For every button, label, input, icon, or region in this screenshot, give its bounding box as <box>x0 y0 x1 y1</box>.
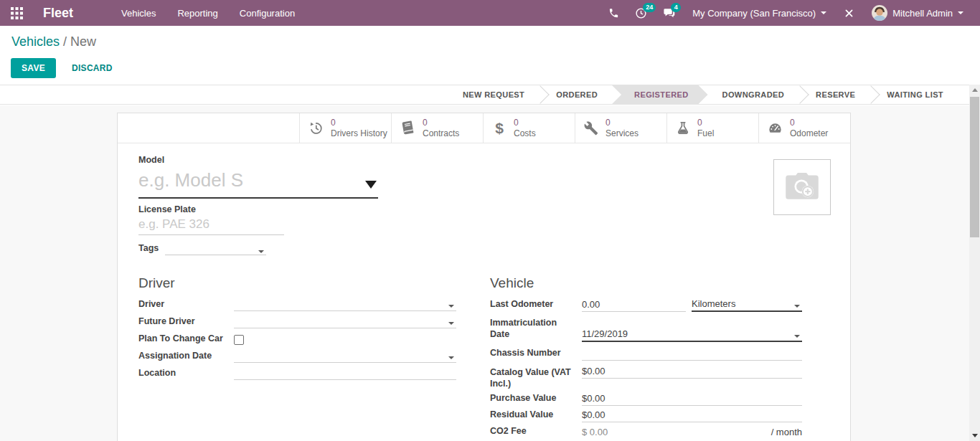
model-input[interactable] <box>138 169 361 191</box>
assignation-date-label: Assignation Date <box>138 351 234 363</box>
tags-input[interactable] <box>165 243 266 255</box>
immatriculation-date-row: Immatriculation Date <box>490 317 802 342</box>
menu-reporting[interactable]: Reporting <box>168 1 227 25</box>
discard-button[interactable]: DISCARD <box>67 58 117 78</box>
activity-count-badge: 24 <box>643 3 656 12</box>
assignation-date-text-input[interactable] <box>234 350 446 361</box>
costs-count: 0 <box>514 118 536 128</box>
location-text-input[interactable] <box>234 367 456 378</box>
odometer-label: Odometer <box>790 128 828 138</box>
top-navbar: Fleet Vehicles Reporting Configuration 2… <box>0 0 980 26</box>
user-name: Mitchell Admin <box>892 8 953 19</box>
catalog-value-text-input[interactable] <box>582 366 802 376</box>
fuel-button[interactable]: 0 Fuel <box>666 113 758 143</box>
messages-button[interactable]: 4 <box>655 1 683 25</box>
assignation-date-input[interactable] <box>234 350 456 363</box>
scrollbar-thumb[interactable] <box>970 97 979 237</box>
app-name[interactable]: Fleet <box>43 6 73 21</box>
chevron-down-icon[interactable] <box>794 305 800 308</box>
stage-registered[interactable]: REGISTERED <box>612 85 708 104</box>
tags-field-block: Tags <box>138 243 266 255</box>
chevron-down-icon[interactable] <box>794 335 800 338</box>
stage-reserve[interactable]: RESERVE <box>801 85 870 104</box>
stage-waiting-list[interactable]: WAITING LIST <box>872 85 958 104</box>
co2-fee-row: CO2 Fee $ 0.00 / month <box>490 425 802 439</box>
future-driver-text-input[interactable] <box>234 316 446 326</box>
contracts-label: Contracts <box>423 128 459 138</box>
license-plate-field-block: License Plate <box>138 204 284 235</box>
navbar-left: Fleet Vehicles Reporting Configuration <box>0 0 304 26</box>
driver-row: Driver <box>138 298 456 311</box>
flask-icon <box>675 120 691 136</box>
save-button[interactable]: SAVE <box>11 58 56 78</box>
odometer-unit-select[interactable]: Kilometers <box>692 298 802 312</box>
location-input[interactable] <box>234 367 456 380</box>
scroll-up-button[interactable] <box>969 85 980 95</box>
services-count: 0 <box>606 118 639 128</box>
driver-text-input[interactable] <box>234 298 446 309</box>
apps-grid-icon <box>11 7 23 19</box>
immatriculation-date-input[interactable] <box>582 328 802 342</box>
services-label: Services <box>606 128 639 138</box>
fuel-count: 0 <box>697 118 714 128</box>
driver-input[interactable] <box>234 298 456 311</box>
last-odometer-input[interactable] <box>582 299 686 312</box>
app-menus: Vehicles Reporting Configuration <box>112 1 304 25</box>
residual-value-input[interactable] <box>582 409 802 422</box>
scroll-down-icon <box>972 434 978 437</box>
company-switcher-label: My Company (San Francisco) <box>692 8 816 19</box>
vehicle-image-upload[interactable] <box>773 159 831 215</box>
chassis-number-input[interactable] <box>582 348 802 361</box>
drivers-history-label: Drivers History <box>331 128 387 138</box>
catalog-value-input[interactable] <box>582 366 802 379</box>
activities-button[interactable]: 24 <box>627 1 655 25</box>
tools-icon <box>844 8 854 19</box>
chassis-number-text-input[interactable] <box>582 348 802 359</box>
apps-menu-button[interactable] <box>0 0 33 26</box>
costs-button[interactable]: $ 0 Costs <box>483 113 575 143</box>
residual-value-text-input[interactable] <box>582 409 802 420</box>
drivers-history-button[interactable]: 0 Drivers History <box>299 113 391 143</box>
purchase-value-input[interactable] <box>582 393 802 406</box>
last-odometer-text-input[interactable] <box>582 299 686 310</box>
stage-downgraded[interactable]: DOWNGRADED <box>708 85 799 104</box>
gauge-icon <box>767 120 783 136</box>
company-switcher[interactable]: My Company (San Francisco) <box>683 0 836 26</box>
history-icon <box>308 120 324 136</box>
license-plate-input[interactable] <box>138 217 284 232</box>
menu-configuration[interactable]: Configuration <box>230 1 304 25</box>
scroll-down-button[interactable] <box>969 430 980 441</box>
future-driver-row: Future Driver <box>138 316 456 328</box>
control-panel-buttons: SAVE DISCARD <box>11 58 117 78</box>
chevron-down-icon[interactable] <box>448 356 454 359</box>
residual-value-row: Residual Value <box>490 409 802 422</box>
contracts-button[interactable]: 0 Contracts <box>391 113 483 143</box>
purchase-value-row: Purchase Value <box>490 392 802 406</box>
services-button[interactable]: 0 Services <box>575 113 666 143</box>
purchase-value-text-input[interactable] <box>582 393 802 404</box>
future-driver-input[interactable] <box>234 316 456 328</box>
fleet-app-screen: Fleet Vehicles Reporting Configuration 2… <box>0 0 980 441</box>
dollar-icon: $ <box>491 120 507 137</box>
driver-label: Driver <box>138 299 234 311</box>
breadcrumb-vehicles-link[interactable]: Vehicles <box>11 34 60 49</box>
chevron-down-icon[interactable] <box>258 250 264 253</box>
chassis-number-label: Chassis Number <box>490 347 578 361</box>
phone-button[interactable] <box>600 2 627 24</box>
menu-vehicles[interactable]: Vehicles <box>112 1 165 25</box>
plan-to-change-car-checkbox[interactable] <box>234 335 244 345</box>
immatriculation-date-text-input[interactable] <box>582 328 791 339</box>
chassis-number-row: Chassis Number <box>490 347 802 361</box>
vertical-scrollbar[interactable] <box>969 85 980 441</box>
stage-ordered[interactable]: ORDERED <box>542 85 612 104</box>
co2-fee-label: CO2 Fee <box>490 425 578 439</box>
odometer-button[interactable]: 0 Odometer <box>758 113 850 143</box>
chevron-down-icon[interactable] <box>448 322 454 325</box>
model-label: Model <box>138 155 378 165</box>
chevron-down-icon[interactable] <box>365 181 377 189</box>
stage-new-request[interactable]: NEW REQUEST <box>448 85 539 104</box>
user-menu[interactable]: Mitchell Admin <box>862 0 973 26</box>
content-area: 0 Drivers History 0 Contracts <box>0 105 969 441</box>
chevron-down-icon[interactable] <box>448 305 454 308</box>
developer-tools-button[interactable] <box>836 2 862 24</box>
